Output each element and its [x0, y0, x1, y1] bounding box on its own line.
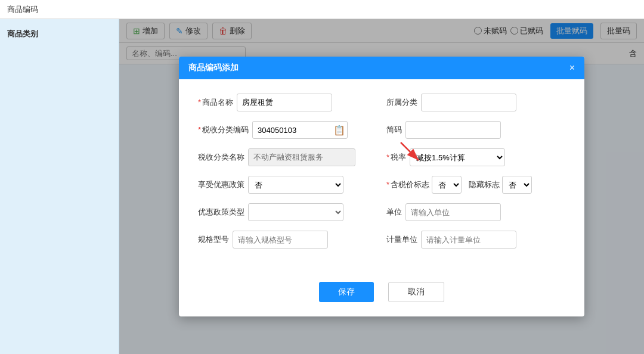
spec-group: 规格型号 [198, 231, 377, 249]
category-group: 所属分类 [386, 94, 565, 111]
form-row-6: 规格型号 计量单位 [198, 231, 565, 249]
form-row-3: 税收分类名称 *税率 [198, 148, 565, 166]
modal-close-button[interactable]: × [569, 63, 575, 73]
policy-type-group: 优惠政策类型 [198, 203, 377, 221]
hidden-label: 隐藏标志 [469, 179, 500, 190]
content-area: ⊞ 增加 ✎ 修改 🗑 删除 未赋码 已赋码 [119, 19, 644, 354]
short-code-input[interactable] [405, 121, 501, 139]
modal: 商品编码添加 × *商品名称 所属分类 [179, 57, 584, 316]
tax-code-label: *税收分类编码 [198, 125, 249, 135]
form-row-5: 优惠政策类型 单位 [198, 203, 565, 221]
spec-label: 规格型号 [198, 234, 229, 245]
save-button[interactable]: 保存 [319, 282, 374, 302]
tax-code-wrapper: 📋 [252, 121, 348, 139]
product-name-label: *商品名称 [198, 97, 233, 108]
modal-title: 商品编码添加 [188, 63, 239, 73]
hidden-select[interactable]: 否 是 [502, 176, 532, 194]
tax-category-name-label: 税收分类名称 [198, 152, 244, 163]
short-code-group: 简码 [386, 121, 565, 139]
tax-included-select[interactable]: 否 是 [432, 176, 462, 194]
form-row-1: *商品名称 所属分类 [198, 94, 565, 111]
measure-unit-input[interactable] [421, 231, 516, 249]
modal-body: *商品名称 所属分类 *税收分类编码 [179, 79, 584, 272]
tax-included-label: *含税价标志 [386, 179, 429, 190]
policy-type-label: 优惠政策类型 [198, 207, 244, 218]
modal-overlay: 商品编码添加 × *商品名称 所属分类 [119, 19, 644, 354]
tax-category-name-input [248, 148, 355, 166]
form-row-2: *税收分类编码 📋 简码 [198, 121, 565, 139]
modal-footer: 保存 取消 [179, 272, 584, 316]
tax-code-group: *税收分类编码 📋 [198, 121, 377, 139]
category-input[interactable] [421, 94, 516, 111]
main-layout: 商品类别 ⊞ 增加 ✎ 修改 🗑 删除 未赋码 [0, 19, 644, 354]
preferential-policy-group: 享受优惠政策 否 是 [198, 176, 377, 194]
form-row-4: 享受优惠政策 否 是 *含税价标志 否 [198, 176, 565, 194]
tax-rate-group: *税率 [386, 148, 565, 166]
product-name-input[interactable] [237, 94, 332, 111]
modal-header: 商品编码添加 × [179, 57, 584, 79]
unit-group: 单位 [386, 203, 565, 221]
tax-category-name-group: 税收分类名称 [198, 148, 377, 166]
policy-type-select[interactable] [248, 203, 343, 221]
tax-rate-select[interactable]: 减按1.5%计算 [410, 148, 505, 166]
product-name-group: *商品名称 [198, 94, 377, 111]
tax-included-group: *含税价标志 否 是 隐藏标志 否 是 [386, 176, 565, 194]
page-title: 商品编码 [7, 4, 38, 15]
measure-unit-label: 计量单位 [386, 234, 417, 245]
spec-input[interactable] [233, 231, 328, 249]
unit-input[interactable] [405, 203, 501, 221]
cancel-button[interactable]: 取消 [388, 282, 444, 302]
preferential-policy-label: 享受优惠政策 [198, 179, 244, 190]
unit-label: 单位 [386, 207, 402, 218]
sidebar-header: 商品类别 [0, 24, 119, 44]
measure-unit-group: 计量单位 [386, 231, 565, 249]
short-code-label: 简码 [386, 125, 402, 135]
tax-code-picker-button[interactable]: 📋 [333, 125, 345, 136]
title-bar: 商品编码 [0, 0, 644, 19]
tax-rate-label: *税率 [386, 152, 406, 163]
sidebar: 商品类别 [0, 19, 119, 354]
category-label: 所属分类 [386, 97, 417, 108]
preferential-policy-select[interactable]: 否 是 [248, 176, 343, 194]
